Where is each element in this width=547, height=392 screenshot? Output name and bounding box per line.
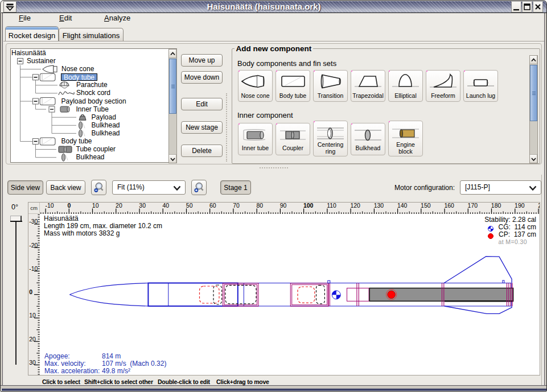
svg-text:40: 40 xyxy=(163,203,170,209)
svg-text:180: 180 xyxy=(491,203,501,209)
svg-text:120: 120 xyxy=(350,203,360,209)
svg-text:50: 50 xyxy=(186,203,193,209)
svg-text:90: 90 xyxy=(280,203,287,209)
svg-text:170: 170 xyxy=(468,203,478,209)
svg-text:130: 130 xyxy=(374,203,384,209)
svg-text:150: 150 xyxy=(421,203,431,209)
svg-text:-10: -10 xyxy=(45,203,54,209)
svg-text:10: 10 xyxy=(92,203,99,209)
svg-text:160: 160 xyxy=(444,203,454,209)
svg-text:190: 190 xyxy=(515,203,525,209)
svg-text:0: 0 xyxy=(67,203,71,209)
svg-text:110: 110 xyxy=(327,203,336,209)
svg-text:30: 30 xyxy=(139,203,146,209)
svg-text:-10: -10 xyxy=(29,265,38,272)
svg-text:140: 140 xyxy=(397,203,408,209)
svg-text:10: 10 xyxy=(29,312,36,319)
svg-text:80: 80 xyxy=(257,203,264,209)
svg-text:200: 200 xyxy=(538,203,540,209)
svg-text:0: 0 xyxy=(29,288,32,295)
svg-text:100: 100 xyxy=(303,203,314,209)
svg-text:20: 20 xyxy=(29,336,36,343)
svg-text:-30: -30 xyxy=(29,218,38,225)
svg-text:70: 70 xyxy=(233,203,240,209)
svg-text:-20: -20 xyxy=(29,242,38,249)
svg-text:60: 60 xyxy=(209,203,216,209)
svg-text:20: 20 xyxy=(116,203,122,209)
svg-text:30: 30 xyxy=(29,359,36,366)
